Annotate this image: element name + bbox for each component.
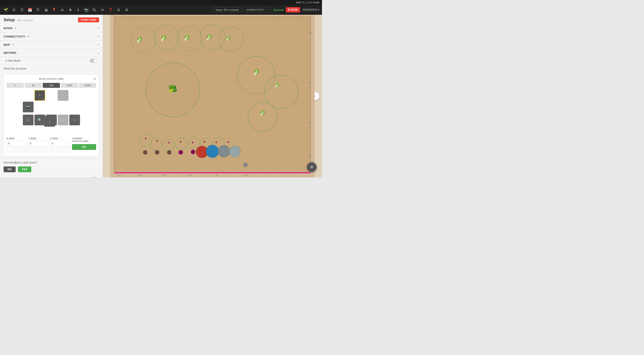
jog-x-right-button[interactable]: →	[69, 115, 80, 125]
svg-point-56	[218, 145, 230, 157]
jog-y-down-button[interactable]: ↓	[58, 115, 68, 125]
x-axis-menu-icon[interactable]: ⋮	[15, 137, 18, 140]
move-amount-label: MOVE AMOUNT (MM)	[36, 78, 66, 80]
location-icon[interactable]: ✚	[67, 7, 73, 13]
connectivity-chevron-icon: ▾	[98, 35, 99, 38]
pin-icon[interactable]: 📍	[51, 7, 57, 13]
move-fab-button[interactable]: ✛	[307, 162, 317, 172]
x-axis-input[interactable]	[6, 141, 26, 146]
device-button[interactable]: GENESIS15 ▾	[302, 8, 319, 11]
help-icon[interactable]: ❓	[107, 7, 114, 13]
z-axis-input[interactable]	[50, 141, 70, 146]
y-axis-input[interactable]	[28, 141, 48, 146]
svg-text:●: ●	[215, 140, 217, 144]
x-motor-toggle[interactable]	[90, 59, 97, 63]
setup-title-group: Setup 36% complete	[4, 18, 33, 22]
x-axis-sub-input	[6, 147, 26, 152]
no-button[interactable]: NO	[4, 166, 16, 172]
plant-icon[interactable]: 🌱	[3, 7, 9, 13]
axis-inputs-row: X AXIS ⋮ Y AXIS ⋮	[6, 137, 96, 152]
section-motors[interactable]: MOTORS ▴	[0, 49, 103, 57]
plug-icon[interactable]: 🔌	[91, 7, 98, 13]
grid-icon[interactable]: ▦	[43, 7, 49, 13]
temp-icon[interactable]: 🌡	[75, 7, 82, 13]
press-instruction: Press the up arrow.	[0, 65, 103, 72]
z-axis-sub-input	[50, 147, 70, 152]
svg-point-60	[167, 150, 171, 155]
synced-status: Synced	[273, 8, 284, 12]
sidebar-header: Setup 36% complete START OVER	[0, 15, 103, 24]
amount-1000-button[interactable]: 1000	[61, 83, 78, 88]
svg-point-59	[155, 150, 159, 155]
svg-text:-600: -600	[188, 174, 191, 176]
find-home-button[interactable]: 🔍	[34, 115, 45, 125]
map-chevron-icon: ▾	[98, 43, 99, 46]
question-area: Did FarmBot's x-axis move? NO YES	[0, 158, 103, 175]
z-axis-col: Z AXIS ⋮	[50, 137, 70, 152]
empty-7	[69, 102, 80, 112]
plant-5: 🥬	[226, 36, 231, 41]
estop-button[interactable]: E-STOP	[286, 7, 300, 12]
map-wrapper: ←	[103, 15, 322, 177]
map-title: MAP ✓	[4, 43, 14, 46]
list-icon[interactable]: ☰	[19, 7, 25, 13]
camera-icon[interactable]: 📷	[83, 7, 90, 13]
monitor-icon[interactable]: 🖥	[124, 7, 130, 13]
y-axis-col: Y AXIS ⋮	[28, 137, 48, 152]
yes-button[interactable]: YES	[18, 166, 31, 172]
current-pos-label: CURRENTPOSITION (MM)	[72, 137, 96, 143]
svg-text:●: ●	[168, 140, 170, 144]
svg-text:400: 400	[308, 82, 312, 84]
empty-6	[58, 102, 68, 112]
home-button[interactable]: ⌂	[23, 115, 34, 125]
sidebar: Setup 36% complete START OVER INTRO ✓ ▾ …	[0, 15, 103, 177]
map-check-icon: ✓	[12, 43, 14, 46]
calendar2-icon[interactable]: 🗓	[35, 7, 41, 13]
y-axis-header: Y AXIS ⋮	[28, 137, 48, 140]
amount-100-button[interactable]: 100	[43, 83, 60, 88]
amount-10-button[interactable]: 10	[24, 83, 42, 88]
section-connectivity[interactable]: CONNECTIVITY ✓ ▾	[0, 32, 103, 41]
svg-text:●: ●	[145, 136, 147, 140]
x-axis-col: X AXIS ⋮	[6, 137, 26, 152]
svg-point-58	[143, 150, 147, 155]
amount-10000-button[interactable]: 10000	[79, 83, 96, 88]
svg-point-61	[179, 150, 183, 155]
start-over-button[interactable]: START OVER	[78, 17, 99, 22]
amount-buttons: 1 10 100 1000 10000	[6, 83, 96, 88]
target-icon[interactable]: ⊕	[59, 7, 65, 13]
jog-z-up-button[interactable]: ↑	[58, 90, 68, 101]
intro-check-icon: ✓	[14, 26, 17, 30]
svg-text:200: 200	[308, 155, 312, 157]
connectivity-check-icon: ✓	[266, 8, 268, 12]
toolbar-left: 🌱 ⚙ ☰ 📅 🗓 ▦ 📍 ⊕ ✚ 🌡 📷 🔌 ✉ ❓ ⚙ 🖥	[3, 7, 130, 13]
setup-progress-button[interactable]: Setup: 36% complete	[213, 7, 242, 12]
intro-chevron-icon: ▾	[98, 26, 99, 30]
empty-5	[46, 102, 57, 112]
connectivity-button[interactable]: CONNECTIVITY ✓	[244, 7, 271, 13]
z-axis-menu-icon[interactable]: ⋮	[59, 137, 61, 140]
section-map[interactable]: MAP ✓ ▾	[0, 41, 103, 49]
section-intro[interactable]: INTRO ✓ ▾	[0, 24, 103, 32]
motors-title: MOTORS	[4, 51, 16, 54]
datetime: MAR 15, 11:41:01AM	[296, 1, 319, 4]
mail-icon[interactable]: ✉	[99, 7, 106, 13]
motors-chevron-icon: ▴	[98, 51, 99, 54]
settings-icon[interactable]: ⚙	[116, 7, 122, 13]
y-axis-menu-icon[interactable]: ⋮	[37, 137, 39, 140]
tools-icon[interactable]: ⚙	[11, 7, 17, 13]
y-axis-label: Y AXIS	[28, 137, 36, 140]
jog-y-up-button[interactable]: ↑ ▲	[34, 90, 45, 101]
go-button[interactable]: GO	[72, 144, 96, 150]
plant-2: 🥬	[160, 35, 167, 42]
camera-capture-button[interactable]: 📷	[23, 102, 34, 112]
amount-1-button[interactable]: 1	[6, 83, 24, 88]
move-panel: MOVE AMOUNT (MM) ⚙ 1 10 100 1000 10000 ↑	[4, 74, 99, 156]
calendar-icon[interactable]: 📅	[27, 7, 33, 13]
y-motor-toggle[interactable]	[90, 177, 97, 177]
question-text: Did FarmBot's x-axis move?	[4, 161, 99, 164]
move-settings-button[interactable]: ⚙	[93, 77, 96, 81]
empty-3	[69, 90, 80, 101]
svg-text:●: ●	[180, 140, 182, 143]
jog-z-down-button[interactable]: ↓	[44, 116, 55, 127]
